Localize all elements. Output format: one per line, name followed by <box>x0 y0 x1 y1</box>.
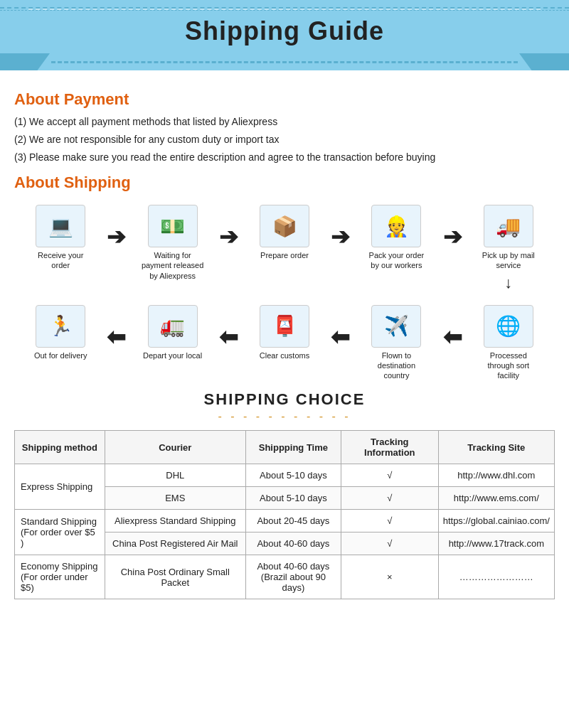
site-economy: …………………… <box>438 555 554 599</box>
step-customs-label: Clear customs <box>260 350 309 360</box>
step-receive-label: Receive your order <box>28 250 92 271</box>
courier-economy: China Post Ordinary Small Packet <box>105 555 245 599</box>
step-pickup-icon: 🚚 <box>484 205 533 247</box>
shipping-section: About Shipping 💻 Receive your order ➔ 💵 … <box>14 173 555 380</box>
step-pickup: 🚚 Pick up by mail service ↓ <box>462 205 555 292</box>
step-depart: 🚛 Depart your local <box>126 305 218 360</box>
payment-item-3: (3) Please make sure you read the entire… <box>14 150 555 165</box>
time-aliexpress: About 20-45 days <box>245 510 341 532</box>
arrow-7: ⬅ <box>331 314 350 350</box>
step-flown: ✈️ Flown to destination country <box>350 305 442 381</box>
step-prepare: 📦 Prepare order <box>238 205 331 260</box>
tracking-economy: × <box>341 555 438 599</box>
table-header-row: Shipping method Courier Shippping Time T… <box>15 431 555 464</box>
method-economy: Economy Shipping (For order under $5) <box>15 555 105 599</box>
table-row: Express Shipping DHL About 5-10 days √ h… <box>15 464 555 487</box>
page-title: Shipping Guide <box>0 11 569 53</box>
step-payment-label: Waiting for payment released by Aliexpre… <box>141 250 205 281</box>
table-row: Standard Shipping (For order over $5 ) A… <box>15 510 555 532</box>
shipping-choice-underline: - - - - - - - - - - - <box>14 410 555 423</box>
step-customs: 📮 Clear customs <box>238 305 331 360</box>
step-pack: 👷 Pack your order by our workers <box>350 205 442 271</box>
step-prepare-label: Prepare order <box>260 250 309 260</box>
courier-dhl: DHL <box>105 464 245 487</box>
time-economy: About 40-60 days (Brazil about 90 days) <box>245 555 341 599</box>
site-ems: http://www.ems.com/ <box>438 487 554 510</box>
step-sort: 🌐 Processed through sort facility <box>462 305 555 381</box>
step-receive-icon: 💻 <box>36 205 85 247</box>
step-receive: 💻 Receive your order <box>14 205 107 271</box>
col-method: Shipping method <box>15 431 105 464</box>
shipping-title: About Shipping <box>14 173 555 192</box>
step-flown-label: Flown to destination country <box>364 350 428 381</box>
col-site: Tracking Site <box>438 431 554 464</box>
arrow-down: ↓ <box>504 274 512 292</box>
process-row-2: 🏃 Out for delivery ⬅ 🚛 Depart your local… <box>14 305 555 381</box>
site-aliexpress: https://global.cainiao.com/ <box>438 510 554 532</box>
step-prepare-icon: 📦 <box>260 205 309 247</box>
step-delivery-icon: 🏃 <box>36 305 85 348</box>
arrow-8: ⬅ <box>443 314 462 350</box>
step-flown-icon: ✈️ <box>371 305 421 348</box>
col-tracking: Tracking Information <box>341 431 438 464</box>
arrow-6: ⬅ <box>219 314 238 350</box>
tracking-chinapost: √ <box>341 532 438 555</box>
table-row: Economy Shipping (For order under $5) Ch… <box>15 555 555 599</box>
shipping-choice-title: SHIPPING CHOICE <box>14 390 555 409</box>
step-customs-icon: 📮 <box>260 305 309 348</box>
arrow-5: ⬅ <box>107 314 126 350</box>
time-dhl: About 5-10 days <box>245 464 341 487</box>
step-depart-icon: 🚛 <box>148 305 198 348</box>
main-content: About Payment (1) We accept all payment … <box>0 70 569 611</box>
arrow-4: ➔ <box>443 213 462 250</box>
process-row-1: 💻 Receive your order ➔ 💵 Waiting for pay… <box>14 205 555 292</box>
step-pack-label: Pack your order by our workers <box>364 250 428 271</box>
step-payment: 💵 Waiting for payment released by Aliexp… <box>126 205 218 281</box>
courier-aliexpress: Aliexpress Standard Shipping <box>105 510 245 532</box>
shipping-table: Shipping method Courier Shippping Time T… <box>14 430 555 599</box>
payment-section: About Payment (1) We accept all payment … <box>14 90 555 165</box>
time-ems: About 5-10 days <box>245 487 341 510</box>
step-pickup-label: Pick up by mail service <box>477 250 541 271</box>
arrow-1: ➔ <box>107 213 126 250</box>
site-dhl: http://www.dhl.com <box>438 464 554 487</box>
shipping-choice-section: SHIPPING CHOICE - - - - - - - - - - - Sh… <box>14 390 555 599</box>
courier-ems: EMS <box>105 487 245 510</box>
time-chinapost: About 40-60 days <box>245 532 341 555</box>
step-delivery-label: Out for delivery <box>34 350 87 360</box>
payment-item-1: (1) We accept all payment methods that l… <box>14 114 555 129</box>
payment-item-2: (2) We are not responsible for any custo… <box>14 132 555 147</box>
step-pack-icon: 👷 <box>371 205 421 247</box>
step-depart-label: Depart your local <box>143 350 202 360</box>
payment-title: About Payment <box>14 90 555 109</box>
step-payment-icon: 💵 <box>148 205 198 247</box>
header-section: Shipping Guide <box>0 0 569 70</box>
col-courier: Courier <box>105 431 245 464</box>
site-chinapost: http://www.17track.com <box>438 532 554 555</box>
method-express: Express Shipping <box>15 464 105 510</box>
tracking-ems: √ <box>341 487 438 510</box>
step-delivery: 🏃 Out for delivery <box>14 305 107 360</box>
method-standard: Standard Shipping (For order over $5 ) <box>15 510 105 555</box>
tracking-dhl: √ <box>341 464 438 487</box>
step-sort-label: Processed through sort facility <box>477 350 541 381</box>
tracking-aliexpress: √ <box>341 510 438 532</box>
col-time: Shippping Time <box>245 431 341 464</box>
arrow-3: ➔ <box>331 213 350 250</box>
courier-chinapost: China Post Registered Air Mail <box>105 532 245 555</box>
step-sort-icon: 🌐 <box>484 305 533 348</box>
arrow-2: ➔ <box>219 213 238 250</box>
